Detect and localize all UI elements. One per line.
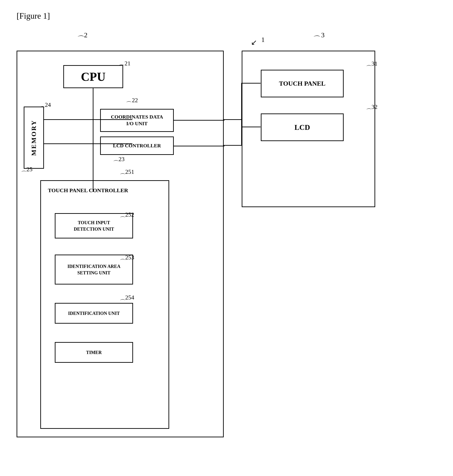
figure-title: [Figure 1] [17, 11, 50, 21]
down-to-coords-connector [241, 83, 242, 119]
lcd-box: LCD [261, 114, 344, 141]
main-system-box: CPU ⌒ 21 MEMORY ⌒ 24 COORDINATES DATA I/… [17, 51, 224, 437]
timer-box: TIMER [55, 342, 133, 363]
bracket-254-icon: ⌒ [120, 298, 126, 306]
memory-to-bus-line-2 [44, 143, 93, 144]
coords-connection-line [224, 119, 242, 120]
lcd-controller-box: LCD CONTROLLER [100, 136, 174, 155]
label-254: 254 [125, 294, 134, 301]
touch-panel-controller-title: TOUCH PANEL CONTROLLER [48, 187, 128, 194]
touch-input-detection-label: TOUCH INPUT DETECTION UNIT [74, 219, 114, 232]
memory-label: MEMORY [30, 120, 37, 156]
coordinates-data-io-box: COORDINATES DATA I/O UNIT [100, 109, 174, 132]
cpu-to-coords-line [93, 119, 132, 120]
to-touch-panel-line [241, 83, 261, 84]
touch-panel-label: TOUCH PANEL [279, 80, 326, 87]
label-2: 2 [84, 31, 87, 39]
coordinates-data-io-label: COORDINATES DATA I/O UNIT [111, 114, 163, 127]
label-25: 25 [27, 166, 32, 173]
bracket-251-icon: ⌒ [120, 172, 126, 180]
timer-label: TIMER [86, 349, 102, 356]
arrow-1-icon: ↙ [251, 38, 257, 47]
label-3: 3 [321, 31, 325, 39]
cpu-to-lcd-line [93, 143, 132, 144]
identification-area-setting-label: IDENTIFICATION AREA SETTING UNIT [67, 263, 120, 276]
bracket-3-icon: ⌒ [312, 34, 319, 44]
to-lcd-line [241, 127, 261, 127]
bracket-2-icon: ⌒ [76, 34, 83, 44]
bracket-31-icon: ⌒ [366, 64, 372, 72]
label-252: 252 [125, 211, 134, 218]
label-32: 32 [372, 104, 377, 110]
label-23: 23 [119, 156, 125, 163]
label-21: 21 [125, 60, 130, 67]
label-253: 253 [125, 254, 134, 261]
label-251: 251 [125, 169, 134, 175]
bracket-23-icon: ⌒ [113, 159, 119, 167]
lcd-to-right-line [174, 146, 224, 146]
bus-to-tpc-line [93, 136, 93, 187]
bracket-25-icon: ⌒ [21, 170, 27, 178]
cpu-box: CPU [63, 65, 123, 88]
right-vertical-connector [241, 119, 242, 145]
bracket-32-icon: ⌒ [366, 107, 372, 115]
bracket-22-icon: ⌒ [126, 100, 132, 108]
bracket-24-icon: ⌒ [39, 105, 45, 113]
lcd-connection-line [224, 145, 242, 146]
bracket-252-icon: ⌒ [120, 215, 126, 223]
label-24: 24 [45, 101, 51, 108]
lcd-label: LCD [294, 123, 310, 132]
identification-unit-label: IDENTIFICATION UNIT [68, 310, 120, 317]
cpu-label: CPU [81, 70, 106, 84]
label-1: 1 [261, 36, 265, 43]
label-31: 31 [372, 60, 377, 67]
memory-box: MEMORY [24, 107, 44, 169]
device-box: TOUCH PANEL LCD [242, 51, 375, 207]
label-22: 22 [132, 97, 138, 104]
bracket-253-icon: ⌒ [120, 258, 126, 266]
touch-panel-box: TOUCH PANEL [261, 70, 344, 97]
touch-panel-controller-box: TOUCH PANEL CONTROLLER TOUCH INPUT DETEC… [40, 180, 169, 429]
memory-to-bus-line-1 [44, 119, 93, 120]
coords-to-right-line [174, 120, 224, 121]
bracket-21-icon: ⌒ [119, 63, 125, 71]
